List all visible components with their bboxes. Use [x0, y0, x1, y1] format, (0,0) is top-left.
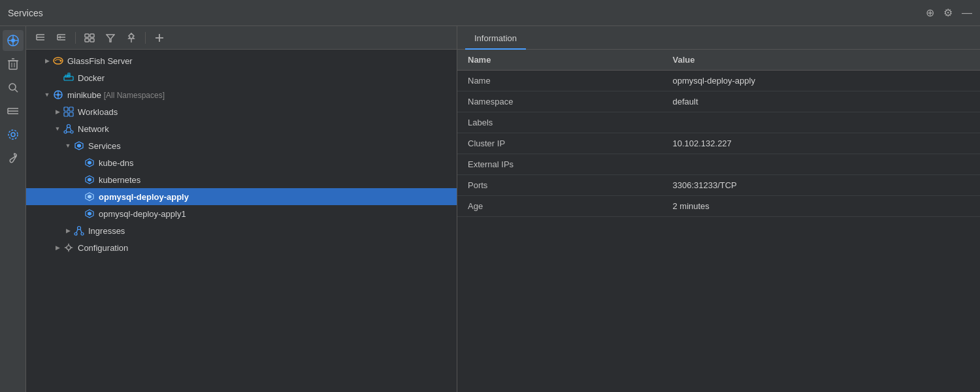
svg-rect-28 — [85, 34, 89, 37]
toolbar-separator-2 — [145, 32, 146, 44]
svg-point-52 — [67, 125, 71, 128]
sidebar-btn-settings[interactable] — [3, 124, 24, 145]
sidebar-icons — [0, 26, 26, 392]
expand-services-node[interactable]: ▼ — [63, 140, 73, 151]
expand-network[interactable]: ▼ — [52, 123, 63, 134]
svg-rect-51 — [69, 112, 73, 116]
add-icon[interactable]: ⊕ — [926, 7, 934, 19]
svg-rect-31 — [90, 39, 94, 42]
tree-item-workloads[interactable]: ▶ Workloads — [26, 103, 457, 120]
svg-point-69 — [74, 233, 77, 235]
svg-rect-48 — [64, 107, 68, 111]
tree-item-kubernetes[interactable]: kubernetes — [26, 171, 457, 188]
svg-point-43 — [57, 93, 59, 96]
svg-point-53 — [64, 131, 67, 133]
expand-workloads[interactable]: ▶ — [52, 106, 63, 117]
row-name: Ports — [457, 175, 662, 196]
tree-item-minikube[interactable]: ▼ minikube [All Namespaces] — [26, 86, 457, 103]
tree-item-services-node[interactable]: ▼ Services — [26, 137, 457, 154]
docker-icon — [63, 72, 74, 84]
pin-button[interactable] — [122, 29, 140, 46]
table-row: Namespacedefault — [457, 91, 980, 112]
row-value: 3306:31233/TCP — [662, 175, 980, 196]
workloads-label: Workloads — [78, 107, 118, 117]
table-row: Age2 minutes — [457, 196, 980, 217]
opmysql-label: opmysql-deploy-apply — [99, 192, 189, 202]
table-row: Nameopmysql-deploy-apply — [457, 71, 980, 91]
group-button[interactable] — [80, 29, 99, 46]
expand-docker[interactable] — [52, 73, 63, 83]
info-table: Name Value Nameopmysql-deploy-applyNames… — [457, 50, 980, 392]
collapse-all-button[interactable] — [31, 29, 50, 46]
filter-button[interactable] — [101, 29, 120, 46]
col-value-header: Value — [662, 50, 980, 71]
pin-icon — [127, 33, 136, 43]
app-window: Services ⊕ ⚙ — — [0, 0, 980, 392]
add-button[interactable] — [150, 29, 169, 46]
expand-minikube[interactable]: ▼ — [42, 90, 52, 100]
expand-kubernetes — [73, 174, 84, 185]
svg-marker-32 — [106, 35, 114, 42]
table-header-row: Name Value — [457, 50, 980, 71]
gear-icon — [7, 129, 19, 140]
expand-ingresses[interactable]: ▶ — [63, 225, 73, 236]
sidebar-btn-services[interactable] — [3, 30, 24, 51]
filter-icon — [106, 33, 115, 42]
row-value — [662, 154, 980, 175]
group-icon — [84, 33, 95, 42]
svg-point-68 — [78, 227, 81, 230]
expand-glassfish[interactable]: ▶ — [42, 56, 52, 66]
tree-content[interactable]: ▶ GlassFish Server — [26, 50, 457, 392]
opmysql1-icon — [84, 208, 95, 220]
toolbar-separator-1 — [75, 32, 76, 44]
minikube-label: minikube [All Namespaces] — [67, 90, 165, 100]
svg-point-11 — [9, 84, 16, 90]
svg-rect-41 — [68, 73, 70, 75]
tab-information[interactable]: Information — [465, 29, 526, 50]
expand-all-icon — [56, 33, 67, 42]
minimize-icon[interactable]: — — [962, 7, 972, 19]
tree-panel: ▶ GlassFish Server — [26, 26, 457, 392]
row-name: Name — [457, 71, 662, 91]
row-name: Age — [457, 196, 662, 217]
tree-item-network[interactable]: ▼ Network — [26, 120, 457, 137]
row-name: Labels — [457, 112, 662, 133]
tree-item-docker[interactable]: Docker — [26, 69, 457, 86]
tree-item-configuration[interactable]: ▶ Configuration — [26, 239, 457, 256]
sidebar-btn-search[interactable] — [3, 77, 24, 98]
services-sidebar-icon — [7, 34, 20, 47]
expand-configuration[interactable]: ▶ — [52, 242, 63, 253]
svg-line-55 — [66, 127, 67, 131]
info-panel: Information Name Value Nameopmysql-deplo… — [457, 26, 980, 392]
svg-marker-65 — [88, 195, 91, 199]
tree-item-opmysql-deploy-apply1[interactable]: opmysql-deploy-apply1 — [26, 205, 457, 222]
tree-item-kube-dns[interactable]: kube-dns — [26, 154, 457, 171]
row-value: 10.102.132.227 — [662, 133, 980, 154]
svg-line-71 — [76, 229, 78, 233]
expand-opmysql1 — [73, 208, 84, 219]
sidebar-btn-wrench[interactable] — [3, 148, 24, 169]
svg-point-1 — [11, 39, 15, 42]
svg-line-72 — [80, 229, 82, 233]
svg-rect-50 — [64, 112, 68, 116]
tree-item-ingresses[interactable]: ▶ Ingresses — [26, 222, 457, 239]
layers-icon — [7, 106, 19, 116]
opmysql1-label: opmysql-deploy-apply1 — [99, 209, 186, 219]
workloads-icon — [63, 106, 74, 118]
expand-all-button[interactable] — [52, 29, 71, 46]
sidebar-btn-delete[interactable] — [3, 54, 24, 74]
sidebar-btn-layers[interactable] — [3, 101, 24, 122]
svg-marker-67 — [88, 212, 91, 216]
trash-icon — [8, 58, 18, 70]
tree-item-glassfish[interactable]: ▶ GlassFish Server — [26, 52, 457, 69]
table-row: Ports3306:31233/TCP — [457, 175, 980, 196]
toolbar — [26, 26, 457, 50]
table-row: Labels — [457, 112, 980, 133]
minikube-icon — [52, 89, 64, 101]
settings-icon[interactable]: ⚙ — [943, 7, 953, 19]
expand-opmysql — [73, 191, 84, 202]
row-name: External IPs — [457, 154, 662, 175]
tree-item-opmysql-deploy-apply[interactable]: opmysql-deploy-apply — [26, 188, 457, 205]
window-title: Services — [8, 8, 43, 18]
svg-point-73 — [67, 246, 71, 250]
